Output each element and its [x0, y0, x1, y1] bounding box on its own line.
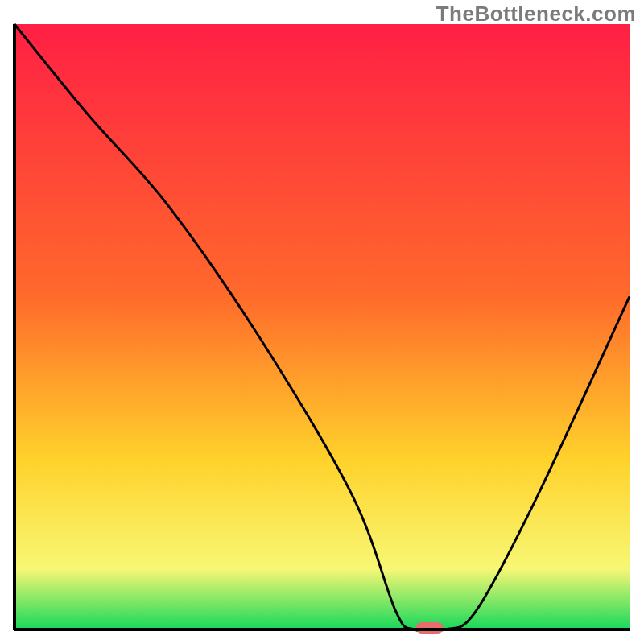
watermark-text: TheBottleneck.com [436, 2, 636, 27]
plot-area [14, 24, 630, 634]
chart-container: TheBottleneck.com [0, 0, 644, 644]
gradient-background [14, 24, 630, 630]
bottleneck-chart [0, 0, 644, 644]
